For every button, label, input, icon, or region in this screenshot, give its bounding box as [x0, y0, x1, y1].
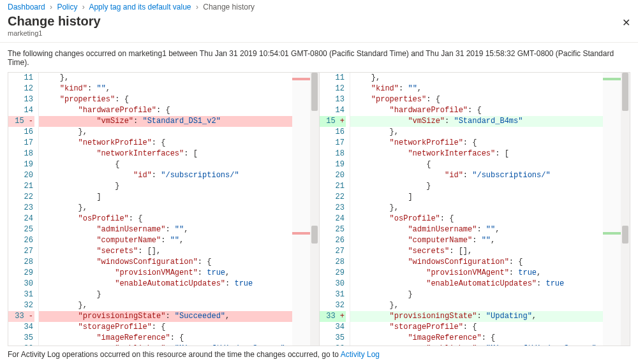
code-line: },	[350, 203, 630, 214]
breadcrumb-apply-tag[interactable]: Apply tag and its default value	[89, 3, 191, 11]
line-number: 28	[320, 257, 346, 268]
line-number: 30	[320, 279, 346, 289]
line-number: 32	[320, 300, 346, 311]
line-number: 17	[8, 138, 34, 149]
code-line: "publisher": "MicrosoftWindowsServer",	[39, 344, 319, 346]
chevron-right-icon: ›	[82, 3, 85, 11]
line-number: 16	[8, 127, 34, 138]
line-number: 33 +	[320, 311, 346, 322]
breadcrumb-policy[interactable]: Policy	[57, 3, 77, 11]
scrollbar-right[interactable]	[621, 73, 630, 346]
activity-log-link[interactable]: Activity Log	[341, 350, 380, 359]
code-line: "storageProfile": {	[350, 322, 630, 333]
footer-note: For Activity Log operations occurred on …	[8, 350, 380, 359]
breadcrumb-current: Change history	[203, 3, 255, 11]
line-number: 21	[320, 181, 346, 192]
code-line: "networkInterfaces": [	[350, 149, 630, 159]
page-title: Change history	[8, 14, 630, 29]
line-number: 25	[320, 224, 346, 235]
code-line: "kind": "",	[350, 84, 630, 94]
line-number: 19	[8, 159, 34, 170]
line-number: 14	[320, 105, 346, 116]
code-line: "kind": "",	[39, 84, 319, 94]
line-number: 12	[8, 84, 34, 94]
change-description: The following changes occurred on market…	[0, 43, 638, 72]
code-line: "enableAutomaticUpdates": true	[350, 279, 630, 289]
code-right: }, "kind": "", "properties": { "hardware…	[350, 73, 630, 346]
line-number: 23	[320, 203, 346, 214]
line-number: 33 -	[8, 311, 34, 322]
close-icon: ✕	[622, 17, 630, 28]
code-line: "hardwareProfile": {	[350, 105, 630, 116]
code-line: "computerName": "",	[350, 235, 630, 246]
code-line: "adminUsername": "",	[39, 224, 319, 235]
code-line: "publisher": "MicrosoftWindowsServer",	[350, 344, 630, 346]
code-line: "imageReference": {	[39, 333, 319, 344]
line-number: 13	[8, 94, 34, 105]
line-number: 31	[8, 289, 34, 300]
chevron-right-icon: ›	[196, 3, 198, 11]
code-line: },	[39, 203, 319, 214]
code-line: }	[350, 289, 630, 300]
code-line: "networkProfile": {	[350, 138, 630, 149]
breadcrumb: Dashboard › Policy › Apply tag and its d…	[0, 0, 638, 13]
code-line: "id": "/subscriptions/"	[350, 170, 630, 181]
line-number: 25	[8, 224, 34, 235]
line-number: 14	[8, 105, 34, 116]
code-line: "storageProfile": {	[39, 322, 319, 333]
line-number: 20	[8, 170, 34, 181]
code-line: ]	[39, 192, 319, 203]
line-number: 16	[320, 127, 346, 138]
code-line: "networkInterfaces": [	[39, 149, 319, 159]
line-number: 23	[8, 203, 34, 214]
resource-name: marketing1	[8, 29, 630, 37]
line-number: 34	[8, 322, 34, 333]
line-number: 30	[8, 279, 34, 289]
minimap-left[interactable]	[292, 73, 310, 346]
line-number: 18	[320, 149, 346, 159]
line-number: 15 +	[320, 116, 346, 127]
breadcrumb-dashboard[interactable]: Dashboard	[8, 3, 45, 11]
code-line: "enableAutomaticUpdates": true	[39, 279, 319, 289]
code-line: "secrets": [],	[350, 246, 630, 257]
code-line: "networkProfile": {	[39, 138, 319, 149]
code-line: "properties": {	[350, 94, 630, 105]
code-line: {	[350, 159, 630, 170]
line-number: 27	[320, 246, 346, 257]
scrollbar-left[interactable]	[310, 73, 319, 346]
line-number: 35	[8, 333, 34, 344]
diff-left-pane: 1112131415 -1617181920212223242526272829…	[8, 73, 319, 346]
code-line: },	[350, 73, 630, 84]
code-line: "properties": {	[39, 94, 319, 105]
code-line: "id": "/subscriptions/"	[39, 170, 319, 181]
line-number: 34	[320, 322, 346, 333]
line-number: 24	[8, 214, 34, 224]
line-number: 15 -	[8, 116, 34, 127]
code-line: "computerName": "",	[39, 235, 319, 246]
line-number: 20	[320, 170, 346, 181]
line-number: 17	[320, 138, 346, 149]
line-number: 29	[8, 268, 34, 279]
line-number: 21	[8, 181, 34, 192]
chevron-right-icon: ›	[50, 3, 52, 11]
code-line: }	[350, 181, 630, 192]
code-line: },	[39, 300, 319, 311]
line-number: 27	[8, 246, 34, 257]
code-line: {	[39, 159, 319, 170]
code-line: }	[39, 289, 319, 300]
close-button[interactable]: ✕	[622, 17, 630, 29]
line-number: 11	[8, 73, 34, 84]
minimap-right[interactable]	[603, 73, 621, 346]
code-line: "imageReference": {	[350, 333, 630, 344]
line-number: 32	[8, 300, 34, 311]
line-number: 12	[320, 84, 346, 94]
line-number: 36	[8, 344, 34, 346]
line-number: 31	[320, 289, 346, 300]
code-line: "provisionVMAgent": true,	[350, 268, 630, 279]
line-number: 36	[320, 344, 346, 346]
line-number: 11	[320, 73, 346, 84]
code-line: },	[39, 127, 319, 138]
code-line: }	[39, 181, 319, 192]
code-line: "hardwareProfile": {	[39, 105, 319, 116]
line-number: 28	[8, 257, 34, 268]
